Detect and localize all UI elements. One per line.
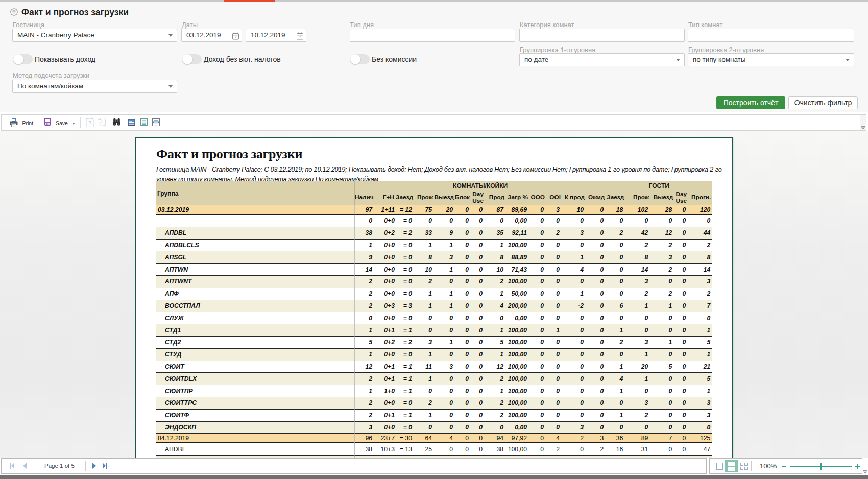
svg-text:7: 7	[299, 35, 301, 39]
svg-text:?: ?	[88, 121, 91, 126]
svg-text:7: 7	[234, 35, 236, 39]
